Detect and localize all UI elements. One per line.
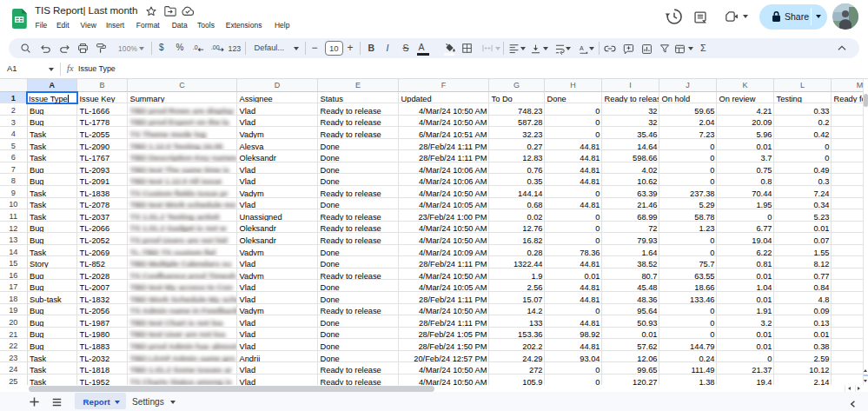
svg-text:.00: .00 [210,44,219,51]
svg-text:.0: .0 [192,44,197,51]
svg-text:A: A [580,44,584,50]
